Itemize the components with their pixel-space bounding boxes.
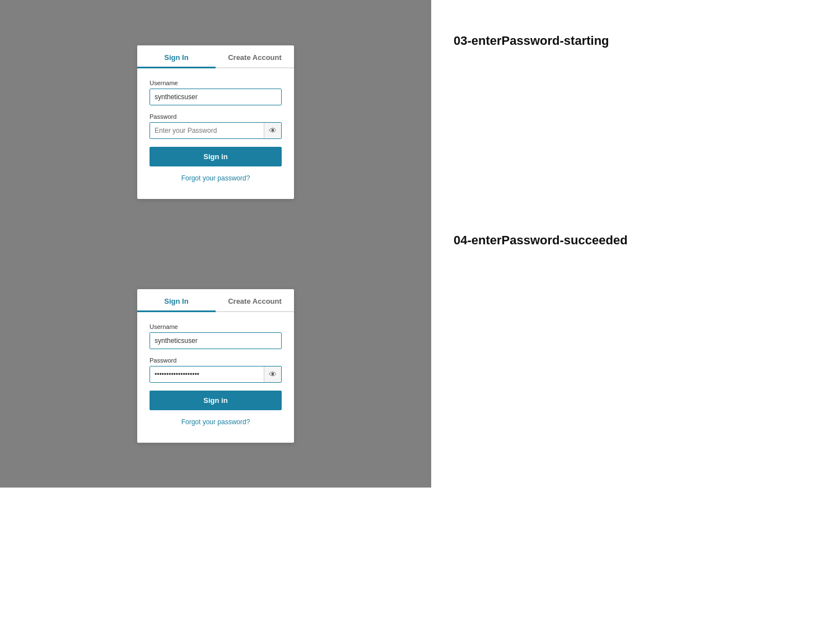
- scenario-label-1: 03-enterPassword-starting: [454, 34, 818, 48]
- login-card-1: Sign In Create Account Username Password: [137, 45, 294, 199]
- forgot-password-link-1[interactable]: Forgot your password?: [150, 174, 282, 182]
- password-input-1[interactable]: [150, 123, 264, 138]
- password-label-2: Password: [150, 357, 282, 364]
- password-toggle-1[interactable]: 👁: [264, 123, 281, 138]
- sign-in-button-2[interactable]: Sign in: [150, 391, 282, 410]
- tab-create-account-2[interactable]: Create Account: [216, 289, 294, 311]
- tab-sign-in-1[interactable]: Sign In: [137, 45, 216, 67]
- sign-in-button-1[interactable]: Sign in: [150, 147, 282, 166]
- screenshot-panel-2: Sign In Create Account Username Password: [0, 244, 431, 488]
- username-input-wrapper-2: [150, 332, 282, 349]
- username-input-2[interactable]: [150, 333, 281, 349]
- password-input-wrapper-1: 👁: [150, 122, 282, 139]
- username-input-1[interactable]: [150, 89, 281, 105]
- password-toggle-2[interactable]: 👁: [264, 367, 281, 382]
- tab-create-account-1[interactable]: Create Account: [216, 45, 294, 67]
- card-body-2: Username Password 👁 Sign in Forgot your …: [137, 323, 294, 426]
- password-input-2[interactable]: [150, 367, 264, 382]
- password-group-2: Password 👁: [150, 357, 282, 383]
- password-group-1: Password 👁: [150, 113, 282, 139]
- scenario-label-2: 04-enterPassword-succeeded: [454, 233, 818, 248]
- username-group-1: Username: [150, 80, 282, 105]
- password-label-1: Password: [150, 113, 282, 120]
- username-label-1: Username: [150, 80, 282, 86]
- username-group-2: Username: [150, 323, 282, 349]
- tab-bar-2: Sign In Create Account: [137, 289, 294, 312]
- tab-bar-1: Sign In Create Account: [137, 45, 294, 68]
- screenshot-panel-1: Sign In Create Account Username Password: [0, 0, 431, 244]
- password-input-wrapper-2: 👁: [150, 366, 282, 383]
- card-body-1: Username Password 👁 Sign in Forgot your …: [137, 80, 294, 182]
- forgot-password-link-2[interactable]: Forgot your password?: [150, 418, 282, 426]
- username-input-wrapper-1: [150, 89, 282, 105]
- right-column: 03-enterPassword-starting 04-enterPasswo…: [431, 0, 840, 617]
- username-label-2: Username: [150, 323, 282, 330]
- tab-sign-in-2[interactable]: Sign In: [137, 289, 216, 311]
- login-card-2: Sign In Create Account Username Password: [137, 289, 294, 443]
